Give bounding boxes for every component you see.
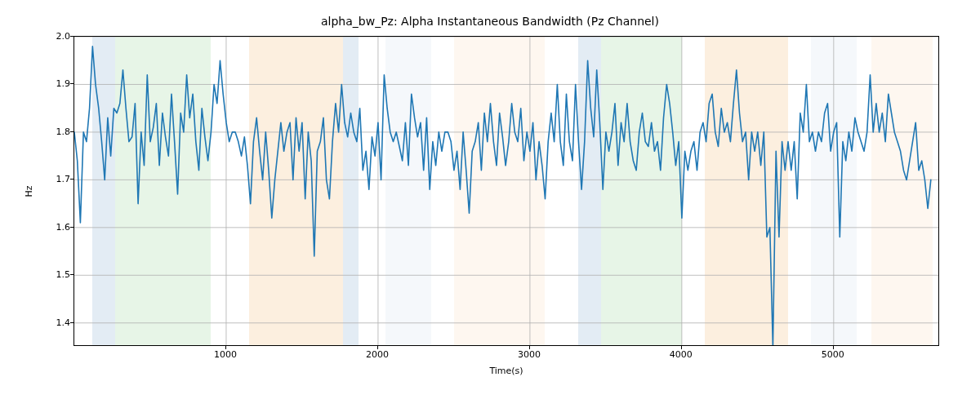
y-tick-label: 1.6 — [38, 221, 70, 232]
x-tick-label: 4000 — [670, 349, 693, 360]
y-tick-label: 1.9 — [38, 78, 70, 89]
y-tick-label: 1.4 — [38, 317, 70, 327]
figure: alpha_bw_Pz: Alpha Instantaneous Bandwid… — [0, 0, 980, 408]
plot-area — [74, 36, 939, 346]
data-series — [74, 37, 939, 346]
x-axis-label: Time(s) — [74, 366, 939, 376]
y-tick-label: 2.0 — [38, 31, 70, 42]
y-tick-label: 1.7 — [38, 174, 70, 184]
chart-title: alpha_bw_Pz: Alpha Instantaneous Bandwid… — [0, 15, 980, 28]
x-tick-label: 1000 — [214, 349, 237, 360]
y-tick-label: 1.5 — [38, 269, 70, 280]
y-axis-label: Hz — [23, 36, 34, 346]
x-tick-label: 2000 — [366, 349, 389, 360]
y-tick-label: 1.8 — [38, 126, 70, 136]
x-tick-label: 5000 — [822, 349, 844, 360]
x-tick-label: 3000 — [518, 349, 541, 360]
